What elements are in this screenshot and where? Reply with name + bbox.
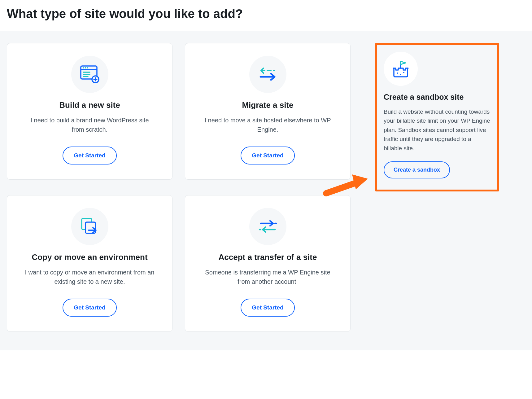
svg-point-23 — [400, 74, 401, 75]
svg-point-4 — [87, 67, 88, 68]
card-description: I want to copy or move an environment fr… — [25, 268, 155, 286]
content-area: Build a new site I need to build a brand… — [0, 31, 532, 350]
sidebar: Create a sandbox site Build a website wi… — [363, 43, 499, 332]
icon-circle — [71, 208, 108, 245]
card-accept-transfer: Accept a transfer of a site Someone is t… — [185, 195, 351, 332]
card-build-new-site: Build a new site I need to build a brand… — [7, 43, 172, 180]
card-description: I need to build a brand new WordPress si… — [25, 116, 155, 134]
card-title: Copy or move an environment — [32, 252, 147, 262]
sandbox-title: Create a sandbox site — [384, 93, 491, 102]
icon-circle — [249, 208, 286, 245]
sandbox-panel: Create a sandbox site Build a website wi… — [375, 43, 499, 191]
get-started-button[interactable]: Get Started — [241, 147, 294, 164]
icon-circle — [71, 56, 108, 93]
card-migrate-site: Migrate a site I need to move a site hos… — [185, 43, 351, 180]
svg-point-3 — [85, 67, 86, 68]
card-title: Accept a transfer of a site — [219, 252, 317, 262]
create-sandbox-button[interactable]: Create a sandbox — [384, 161, 450, 178]
page-header: What type of site would you like to add? — [0, 0, 532, 31]
browser-plus-icon — [80, 65, 100, 84]
copy-move-icon — [80, 217, 100, 236]
svg-point-22 — [397, 72, 398, 74]
transfer-arrows-icon — [257, 219, 279, 234]
card-title: Build a new site — [59, 100, 120, 110]
card-description: Someone is transferring me a WP Engine s… — [203, 268, 333, 286]
sandbox-castle-icon — [390, 58, 412, 80]
icon-circle — [249, 56, 286, 93]
get-started-button[interactable]: Get Started — [63, 299, 116, 317]
svg-point-24 — [403, 72, 404, 73]
card-description: I need to move a site hosted elsewhere t… — [203, 116, 333, 134]
site-type-grid: Build a new site I need to build a brand… — [7, 43, 351, 332]
card-title: Migrate a site — [242, 100, 293, 110]
svg-point-2 — [83, 67, 84, 68]
page-title: What type of site would you like to add? — [7, 7, 525, 21]
migrate-arrows-icon — [257, 66, 279, 82]
card-copy-move-environment: Copy or move an environment I want to co… — [7, 195, 172, 332]
get-started-button[interactable]: Get Started — [241, 299, 294, 317]
get-started-button[interactable]: Get Started — [63, 147, 116, 164]
svg-marker-26 — [352, 174, 368, 189]
icon-circle — [384, 52, 418, 86]
sandbox-description: Build a website without counting towards… — [384, 107, 491, 153]
